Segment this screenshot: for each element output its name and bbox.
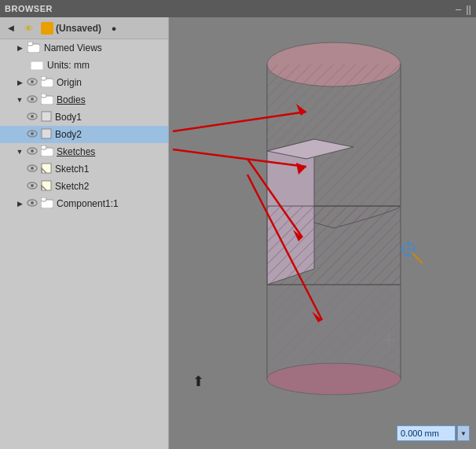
eye-sketch1 [27,164,38,175]
svg-point-22 [31,167,34,170]
expand-named-views[interactable] [14,42,25,53]
browser-panel: ◄ 👁 (Unsaved) ● Named Views Units: mm [0,17,169,449]
svg-point-18 [31,149,34,153]
sketch2-icon [41,180,52,193]
minimize-button[interactable]: – [456,3,461,15]
svg-point-15 [31,132,34,135]
eye-sketch2 [27,181,38,192]
tree-item-units[interactable]: Units: mm [0,57,168,74]
svg-rect-2 [31,61,43,70]
svg-point-8 [31,98,34,101]
folder-sketches [41,145,53,159]
eye-sketches [27,146,38,157]
body2-icon [41,128,52,142]
svg-rect-26 [42,181,51,190]
bodies-label: Bodies [57,94,86,105]
tree-item-body2[interactable]: Body2 [0,126,168,143]
eye-origin [27,77,38,88]
eye-toggle[interactable]: 👁 [20,20,36,36]
svg-rect-20 [41,145,46,149]
folder-origin [41,76,53,90]
expand-origin[interactable] [14,77,25,88]
origin-label: Origin [57,77,82,88]
eye-bodies [27,94,38,105]
sketch-cursor-icon [399,240,423,263]
unsaved-label: (Unsaved) [38,20,104,36]
svg-rect-23 [42,164,51,173]
options-button[interactable]: || [466,3,471,15]
main-layout: ◄ 👁 (Unsaved) ● Named Views Units: mm [0,17,476,449]
svg-rect-13 [42,112,51,121]
svg-rect-30 [41,197,46,201]
expand-sketches[interactable] [14,146,25,157]
expand-component[interactable] [14,198,25,209]
tree-item-component[interactable]: Component1:1 [0,195,168,212]
svg-rect-10 [41,94,46,98]
scene-svg [169,17,475,449]
svg-point-25 [31,184,34,187]
viewport[interactable]: ▼ ⬆ [169,17,476,449]
component-label: Component1:1 [57,198,119,209]
dimension-input[interactable] [397,425,456,441]
body1-label: Body1 [55,112,82,123]
tree-item-body1[interactable]: Body1 [0,109,168,126]
body2-label: Body2 [55,129,82,140]
sketch1-label: Sketch1 [55,164,89,175]
header-title: BROWSER [5,4,53,13]
header-icons: – || [456,3,471,15]
svg-rect-6 [41,76,46,80]
dimension-dropdown[interactable]: ▼ [457,425,470,441]
dimension-bar: ▼ [397,424,470,443]
tree-item-sketch1[interactable]: Sketch1 [0,160,168,178]
svg-point-37 [267,363,401,395]
tree-item-bodies[interactable]: Bodies [0,91,168,109]
eye-component [27,198,38,209]
svg-point-12 [31,115,34,118]
units-icon [31,59,43,72]
units-label: Units: mm [47,60,90,71]
expand-bodies[interactable] [14,94,25,105]
named-views-label: Named Views [44,42,102,53]
svg-point-28 [31,201,34,204]
folder-icon-named-views [27,42,40,55]
sketch2-label: Sketch2 [55,181,89,192]
svg-rect-16 [42,129,51,138]
eye-body1 [27,112,38,123]
svg-rect-1 [27,42,33,46]
pin-button[interactable]: ● [106,20,122,36]
folder-component [41,197,53,211]
tree-item-sketch2[interactable]: Sketch2 [0,178,168,195]
tree-item-sketches[interactable]: Sketches [0,143,168,160]
eye-body2 [27,129,38,140]
header-bar: BROWSER – || [0,0,476,17]
tree-item-origin[interactable]: Origin [0,74,168,91]
unsaved-icon [41,22,53,35]
body1-icon [41,111,52,124]
back-button[interactable]: ◄ [3,20,19,36]
sketch1-icon [41,163,52,176]
folder-bodies [41,94,53,107]
tree-item-named-views[interactable]: Named Views [0,39,168,57]
sketches-label: Sketches [57,146,95,157]
browser-toolbar: ◄ 👁 (Unsaved) ● [0,17,168,39]
svg-point-4 [31,80,34,83]
